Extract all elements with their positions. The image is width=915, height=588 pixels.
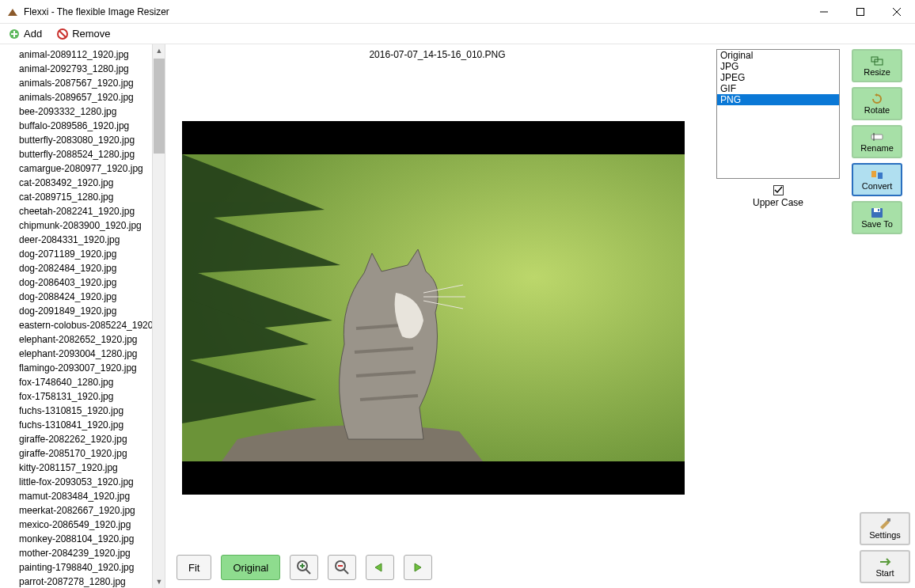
zoom-out-icon [334, 560, 350, 575]
list-item[interactable]: fuchs-1310815_1920.jpg [0, 404, 152, 418]
list-item[interactable]: animals-2087567_1920.jpg [0, 76, 152, 90]
list-item[interactable]: cheetah-2082241_1920.jpg [0, 204, 152, 218]
svg-rect-1 [857, 8, 864, 15]
list-item[interactable]: chipmunk-2083900_1920.jpg [0, 218, 152, 233]
list-item[interactable]: kitty-2081157_1920.jpg [0, 461, 152, 475]
uppercase-label: Upper Case [753, 197, 803, 208]
viewer-toolbar: Fit Original [165, 552, 709, 588]
preview-wrap [165, 63, 709, 552]
list-item[interactable]: dog-2088424_1920.jpg [0, 290, 152, 304]
save-icon [870, 207, 884, 218]
rename-icon [870, 131, 884, 142]
list-item[interactable]: butterfly-2083080_1920.jpg [0, 133, 152, 147]
list-item[interactable]: elephant-2093004_1280.jpg [0, 347, 152, 361]
settings-button[interactable]: Settings [860, 512, 910, 545]
format-option[interactable]: GIF [717, 83, 839, 94]
scroll-up-arrow[interactable]: ▲ [153, 44, 165, 57]
titlebar: Flexxi - The flexible Image Resizer [0, 0, 915, 24]
list-item[interactable]: fox-1748640_1280.jpg [0, 375, 152, 389]
add-icon [8, 28, 21, 40]
list-item[interactable]: dog-2091849_1920.jpg [0, 304, 152, 318]
fit-label: Fit [188, 562, 199, 574]
close-button[interactable] [879, 0, 915, 24]
list-item[interactable]: meerkat-2082667_1920.jpg [0, 503, 152, 518]
svg-line-18 [306, 569, 310, 574]
rename-button[interactable]: Rename [852, 125, 902, 158]
start-button[interactable]: Start [860, 550, 910, 583]
format-option[interactable]: PNG [717, 94, 839, 105]
check-icon [774, 186, 783, 195]
list-item[interactable]: animals-2089657_1920.jpg [0, 90, 152, 104]
prev-button[interactable] [366, 555, 394, 580]
list-item[interactable]: mother-2084239_1920.jpg [0, 546, 152, 560]
list-item[interactable]: cat-2083492_1920.jpg [0, 176, 152, 190]
list-item[interactable]: cat-2089715_1280.jpg [0, 190, 152, 204]
format-option[interactable]: Original [717, 50, 839, 61]
svg-rect-26 [871, 135, 883, 139]
list-item[interactable]: animal-2092793_1280.jpg [0, 62, 152, 76]
list-item[interactable]: little-fox-2093053_1920.jpg [0, 475, 152, 489]
list-item[interactable]: animal-2089112_1920.jpg [0, 47, 152, 62]
svg-line-8 [59, 31, 66, 37]
scroll-down-arrow[interactable]: ▼ [153, 575, 165, 588]
minimize-icon [820, 8, 828, 16]
saveto-button[interactable]: Save To [852, 201, 902, 234]
uppercase-box: Upper Case [753, 185, 803, 208]
main-toolbar: Add Remove [0, 24, 915, 44]
scroll-thumb[interactable] [154, 59, 165, 154]
format-option[interactable]: JPEG [717, 72, 839, 83]
convert-label: Convert [862, 181, 893, 191]
list-item[interactable]: mexico-2086549_1920.jpg [0, 518, 152, 532]
list-item[interactable]: flamingo-2093007_1920.jpg [0, 361, 152, 375]
file-list[interactable]: animal-2089112_1920.jpganimal-2092793_12… [0, 44, 152, 588]
list-item[interactable]: eastern-colobus-2085224_1920.jpg [0, 318, 152, 332]
list-item[interactable]: fuchs-1310841_1920.jpg [0, 418, 152, 432]
list-item[interactable]: deer-2084331_1920.jpg [0, 233, 152, 247]
action-column: Resize Rotate Rename Convert Save To [852, 49, 909, 583]
minimize-button[interactable] [806, 0, 842, 24]
list-item[interactable]: mamut-2083484_1920.jpg [0, 489, 152, 503]
list-item[interactable]: buffalo-2089586_1920.jpg [0, 119, 152, 133]
list-item[interactable]: dog-2086403_1920.jpg [0, 275, 152, 290]
list-item[interactable]: camargue-2080977_1920.jpg [0, 161, 152, 176]
settings-label: Settings [869, 530, 901, 540]
convert-button[interactable]: Convert [852, 163, 902, 196]
arrow-right-icon [410, 562, 426, 573]
maximize-button[interactable] [842, 0, 879, 24]
list-item[interactable]: parrot-2087278_1280.jpg [0, 575, 152, 588]
list-item[interactable]: bee-2093332_1280.jpg [0, 104, 152, 119]
remove-label: Remove [72, 28, 110, 40]
rotate-icon [870, 93, 884, 104]
file-list-scrollbar[interactable]: ▲ ▼ [152, 44, 165, 588]
rotate-label: Rotate [864, 105, 890, 115]
list-item[interactable]: giraffe-2082262_1920.jpg [0, 432, 152, 446]
fit-button[interactable]: Fit [177, 555, 211, 580]
content: animal-2089112_1920.jpganimal-2092793_12… [0, 44, 915, 588]
svg-line-22 [344, 569, 348, 574]
close-icon [893, 8, 901, 16]
add-button[interactable]: Add [5, 26, 45, 42]
right-pane: OriginalJPGJPEGGIFPNG Upper Case Resize … [709, 44, 915, 588]
remove-button[interactable]: Remove [53, 26, 113, 42]
list-item[interactable]: dog-2071189_1920.jpg [0, 247, 152, 261]
format-option[interactable]: JPG [717, 61, 839, 72]
list-item[interactable]: monkey-2088104_1920.jpg [0, 532, 152, 546]
resize-icon [870, 55, 884, 66]
list-item[interactable]: butterfly-2088524_1280.jpg [0, 147, 152, 161]
list-item[interactable]: elephant-2082652_1920.jpg [0, 332, 152, 347]
rotate-button[interactable]: Rotate [852, 87, 902, 120]
list-item[interactable]: giraffe-2085170_1920.jpg [0, 446, 152, 461]
add-label: Add [24, 28, 42, 40]
uppercase-checkbox[interactable] [773, 185, 784, 195]
resize-button[interactable]: Resize [852, 49, 902, 82]
list-item[interactable]: fox-1758131_1920.jpg [0, 389, 152, 404]
zoom-out-button[interactable] [328, 555, 356, 580]
list-item[interactable]: dog-2082484_1920.jpg [0, 261, 152, 275]
original-button[interactable]: Original [221, 555, 280, 580]
app-icon [6, 6, 19, 18]
zoom-in-button[interactable] [290, 555, 318, 580]
list-item[interactable]: painting-1798840_1920.jpg [0, 560, 152, 575]
format-list[interactable]: OriginalJPGJPEGGIFPNG [716, 49, 840, 179]
window-controls [806, 0, 915, 24]
next-button[interactable] [404, 555, 432, 580]
